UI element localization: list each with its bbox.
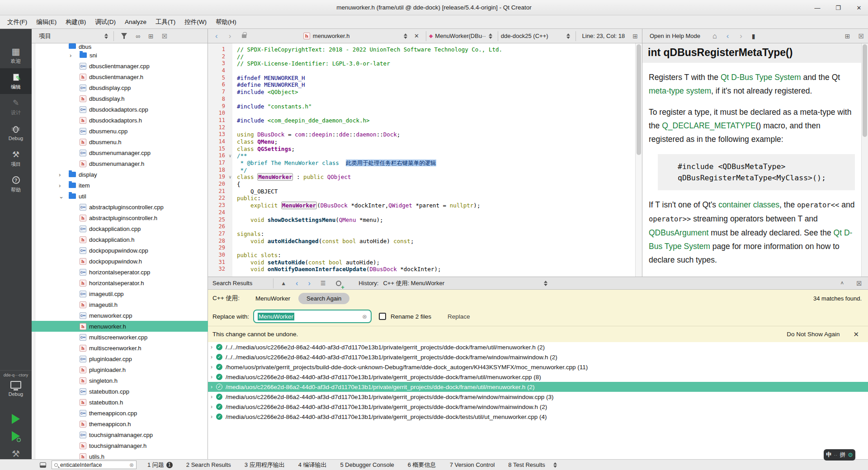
search-result-row[interactable]: ›✓/media/uos/c2266e2d-86a2-44d0-af3d-d7d… [208, 412, 868, 422]
check-circle-icon[interactable]: ✓ [216, 404, 222, 410]
close-help-icon[interactable]: ☒ [854, 33, 868, 40]
do-not-show-again-button[interactable]: Do Not Show Again [787, 331, 840, 338]
tree-item[interactable]: himageutil.h [32, 299, 208, 310]
fold-marker-icon[interactable]: ∨ [229, 152, 231, 160]
menu-item[interactable]: 帮助(H) [211, 16, 241, 28]
chevron-right-icon[interactable]: › [211, 384, 216, 390]
tree-item[interactable]: C++horizontalseperator.cpp [32, 267, 208, 277]
search-result-row[interactable]: ›✓/media/uos/c2266e2d-86a2-44d0-af3d-d7d… [208, 372, 868, 382]
locator-input[interactable]: enticateInterface ⊗ [52, 461, 137, 469]
check-circle-icon[interactable]: ✓ [216, 374, 222, 380]
help-link[interactable]: container classes [718, 200, 779, 209]
tree-item[interactable]: hutils.h [32, 451, 208, 459]
tree-item[interactable]: hhorizontalseperator.h [32, 277, 208, 288]
check-circle-icon[interactable]: ✓ [216, 394, 222, 400]
close-pane-icon[interactable]: ☒ [158, 33, 172, 40]
help-link[interactable]: Qt D-Bus Type System [721, 73, 801, 82]
tree-item[interactable]: C++pluginloader.cpp [32, 353, 208, 364]
tree-item[interactable]: C++dbusmenumanager.cpp [32, 147, 208, 158]
search-result-row[interactable]: ›✓/../../media/uos/c2266e2d-86a2-44d0-af… [208, 342, 868, 352]
tree-item[interactable]: habstractpluginscontroller.h [32, 212, 208, 223]
output-pane-spinner[interactable] [553, 462, 557, 468]
help-back-icon[interactable]: ‹ [721, 32, 735, 41]
tree-item[interactable]: hthemeappicon.h [32, 418, 208, 429]
tree-item[interactable]: C++dockapplication.cpp [32, 223, 208, 234]
check-circle-icon[interactable]: ✓ [216, 414, 222, 420]
output-pane-tab[interactable]: 3 应用程序输出 [245, 461, 285, 469]
output-pane-tab[interactable]: 6 概要信息 [408, 461, 436, 469]
fold-marker-icon[interactable]: ∨ [229, 174, 231, 181]
help-link[interactable]: QDBusArgument [649, 228, 708, 237]
menu-item[interactable]: Analyze [120, 17, 151, 27]
split-help-icon[interactable]: ⊞ [841, 33, 854, 40]
restore-button[interactable]: ❐ [834, 5, 843, 11]
tree-item[interactable]: dbus [32, 43, 208, 50]
kit-selector[interactable]: dde-q···ctory Debug [0, 370, 32, 397]
menu-item[interactable]: 调试(D) [90, 16, 120, 28]
chevron-right-icon[interactable]: › [211, 364, 216, 370]
chevron-right-icon[interactable]: › [211, 344, 216, 350]
sidebar-mode-design[interactable]: ✎设计 [0, 94, 32, 120]
tree-item[interactable]: hdockpopupwindow.h [32, 256, 208, 267]
tree-item[interactable]: C++dbusdockadaptors.cpp [32, 104, 208, 115]
tree-item[interactable]: hdockapplication.h [32, 234, 208, 245]
menu-item[interactable]: 构建(B) [61, 16, 90, 28]
tree-item[interactable]: hsingleton.h [32, 375, 208, 386]
search-result-row[interactable]: ›✓/media/uos/c2266e2d-86a2-44d0-af3d-d7d… [208, 382, 868, 392]
search-again-button[interactable]: Search Again [298, 293, 349, 304]
parse-context-dropdown[interactable]: dde-dock25 (C++) [501, 33, 573, 39]
sidebar-mode-edit[interactable]: ✎编辑 [0, 68, 32, 94]
debug-run-button[interactable] [12, 431, 20, 441]
tree-item[interactable]: C++statebutton.cpp [32, 386, 208, 397]
build-button[interactable]: ⚒ [12, 448, 20, 459]
tree-item[interactable]: C++dockpopupwindow.cpp [32, 245, 208, 256]
tree-item[interactable]: C++multiscreenworker.cpp [32, 332, 208, 343]
tree-item[interactable]: C++imageutil.cpp [32, 288, 208, 299]
tree-item[interactable]: hdbusdockadaptors.h [32, 115, 208, 126]
search-result-row[interactable]: ›✓/media/uos/c2266e2d-86a2-44d0-af3d-d7d… [208, 392, 868, 402]
toggle-panel-icon[interactable] [40, 462, 46, 468]
home-icon[interactable]: ⌂ [708, 32, 721, 40]
run-button[interactable] [12, 414, 20, 424]
next-result-icon[interactable]: › [303, 279, 315, 287]
bookmark-icon[interactable]: ▮ [748, 33, 760, 40]
collapse-panel-icon[interactable]: ˄ [834, 280, 850, 287]
chevron-right-icon[interactable]: › [211, 374, 216, 380]
output-pane-tab[interactable]: 4 编译输出 [298, 461, 327, 469]
output-pane-tab[interactable]: 2 Search Results [186, 461, 231, 468]
tree-item[interactable]: hstatebutton.h [32, 397, 208, 408]
tree-item[interactable]: C++dbusmenu.cpp [32, 126, 208, 136]
tree-item[interactable]: ⌄util [32, 191, 208, 202]
chevron-right-icon[interactable]: › [211, 354, 216, 360]
close-panel-icon[interactable]: ☒ [850, 280, 868, 287]
filter-icon[interactable] [117, 33, 132, 39]
sidebar-mode-welcome[interactable]: ▦欢迎 [0, 42, 32, 68]
pane-mode-dropdown[interactable] [104, 33, 108, 39]
tree-item[interactable]: hdbusmenumanager.h [32, 158, 208, 169]
chevron-right-icon[interactable]: › [211, 404, 216, 410]
history-spinner[interactable] [544, 281, 547, 286]
output-pane-tab[interactable]: 8 Test Results [508, 461, 545, 468]
menu-item[interactable]: 编辑(E) [32, 16, 61, 28]
tree-item[interactable]: hpluginloader.h [32, 364, 208, 375]
close-document-icon[interactable]: ✕ [410, 33, 423, 39]
new-search-icon[interactable] [336, 281, 341, 286]
tree-item[interactable]: ›sni [32, 50, 208, 61]
search-result-row[interactable]: ›✓/media/uos/c2266e2d-86a2-44d0-af3d-d7d… [208, 402, 868, 412]
help-scrollbar[interactable] [861, 43, 868, 277]
chevron-right-icon[interactable]: › [211, 414, 216, 420]
tree-item[interactable]: hmultiscreenworker.h [32, 343, 208, 353]
gear-icon[interactable]: ⚙ [848, 451, 853, 458]
check-circle-icon[interactable]: ✓ [216, 364, 222, 370]
split-editor-icon[interactable]: ⊞ [628, 33, 642, 40]
menu-item[interactable]: 控件(W) [180, 16, 211, 28]
history-dropdown[interactable]: C++ 使用: MenuWorker [383, 279, 444, 287]
tree-item[interactable]: hmenuworker.h [32, 321, 208, 332]
tree-item[interactable]: C++dbusclientmanager.cpp [32, 61, 208, 71]
code-editor[interactable]: 12345678910111213141516∨171819∨202122232… [208, 43, 636, 277]
search-result-row[interactable]: ›✓/home/uos/private/gerrit_projects/buil… [208, 362, 868, 372]
rename-files-checkbox[interactable] [379, 313, 386, 320]
close-button[interactable]: ✕ [854, 5, 863, 11]
tree-item[interactable]: C++menuworker.cpp [32, 310, 208, 321]
sidebar-mode-debug[interactable]: Debug [0, 120, 32, 146]
